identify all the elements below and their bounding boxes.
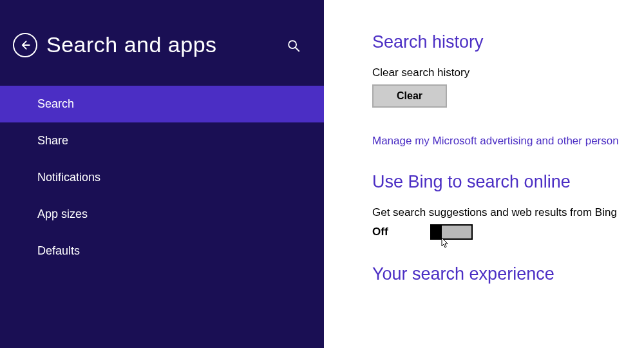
- sidebar-item-label: Defaults: [37, 244, 80, 257]
- sidebar-item-label: App sizes: [37, 208, 88, 220]
- sidebar-item-share[interactable]: Share: [0, 122, 324, 159]
- cursor-icon: [440, 237, 450, 249]
- sidebar-item-app-sizes[interactable]: App sizes: [0, 196, 324, 233]
- sidebar: Search and apps Search Share Notificatio…: [0, 0, 324, 348]
- sidebar-item-label: Share: [37, 134, 68, 147]
- bing-toggle-state: Off: [372, 226, 411, 238]
- back-button[interactable]: [13, 33, 37, 57]
- search-button[interactable]: [287, 39, 301, 55]
- clear-button[interactable]: Clear: [372, 84, 447, 108]
- search-icon: [287, 39, 301, 53]
- main-panel: Search history Clear search history Clea…: [324, 0, 644, 348]
- bing-heading: Use Bing to search online: [372, 172, 644, 192]
- sidebar-item-label: Search: [37, 97, 74, 110]
- experience-heading: Your search experience: [372, 264, 644, 284]
- bing-toggle[interactable]: [430, 224, 473, 240]
- search-history-heading: Search history: [372, 32, 644, 52]
- toggle-knob: [431, 226, 442, 238]
- bing-description: Get search suggestions and web results f…: [372, 206, 644, 219]
- sidebar-item-notifications[interactable]: Notifications: [0, 159, 324, 196]
- sidebar-item-defaults[interactable]: Defaults: [0, 233, 324, 269]
- clear-history-label: Clear search history: [372, 66, 644, 79]
- page-title: Search and apps: [46, 32, 217, 57]
- sidebar-items: Search Share Notifications App sizes Def…: [0, 86, 324, 269]
- sidebar-item-label: Notifications: [37, 171, 100, 184]
- svg-line-1: [296, 48, 299, 52]
- sidebar-header: Search and apps: [0, 0, 324, 77]
- sidebar-item-search[interactable]: Search: [0, 86, 324, 122]
- bing-toggle-row: Off: [372, 224, 644, 240]
- arrow-left-icon: [19, 39, 32, 52]
- manage-advertising-link[interactable]: Manage my Microsoft advertising and othe…: [372, 135, 644, 148]
- clear-button-label: Clear: [397, 90, 422, 102]
